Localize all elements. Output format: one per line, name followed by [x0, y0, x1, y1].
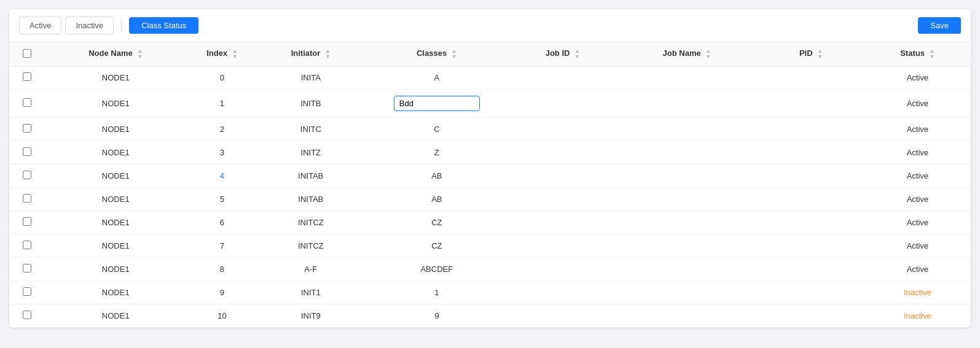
cell-job-name [616, 118, 758, 141]
header-job-id[interactable]: Job ID ▲▼ [509, 42, 616, 66]
cell-initiator: INITAB [257, 164, 364, 188]
toolbar-divider [121, 18, 122, 33]
table-row: NODE15INITABABActive [9, 188, 971, 211]
row-checkbox[interactable] [23, 241, 31, 249]
row-checkbox[interactable] [23, 124, 31, 133]
cell-classes: A [364, 66, 509, 90]
cell-status: Active [864, 90, 971, 118]
cell-initiator: A-F [257, 258, 364, 281]
cell-status: Active [864, 118, 971, 141]
cell-node-name: NODE1 [45, 234, 187, 258]
cell-status: Active [864, 258, 971, 281]
cell-job-id [509, 234, 616, 258]
header-pid[interactable]: PID ▲▼ [758, 42, 864, 66]
table-row: NODE12INITCCActive [9, 118, 971, 141]
cell-classes: CZ [364, 211, 509, 234]
cell-pid [758, 118, 864, 141]
class-status-button[interactable]: Class Status [129, 17, 198, 34]
toolbar: Active Inactive Class Status Save [9, 9, 971, 42]
row-checkbox-cell [9, 118, 45, 141]
cell-node-name: NODE1 [45, 304, 187, 328]
cell-index: 8 [187, 258, 257, 281]
classes-input[interactable] [394, 96, 480, 111]
table-container: Node Name ▲▼ Index ▲▼ Initiator ▲▼ Class… [9, 42, 971, 328]
active-button[interactable]: Active [19, 17, 61, 34]
row-checkbox[interactable] [23, 72, 31, 81]
cell-classes: AB [364, 188, 509, 211]
row-checkbox-cell [9, 234, 45, 258]
header-initiator[interactable]: Initiator ▲▼ [257, 42, 364, 66]
sort-icon-classes: ▲▼ [452, 48, 457, 60]
row-checkbox-cell [9, 281, 45, 304]
cell-job-id [509, 66, 616, 90]
table-header-row: Node Name ▲▼ Index ▲▼ Initiator ▲▼ Class… [9, 42, 971, 66]
save-button[interactable]: Save [918, 17, 961, 34]
sort-icon-jobid: ▲▼ [574, 48, 580, 60]
cell-pid [758, 234, 864, 258]
table-body: NODE10INITAAActiveNODE11INITBActiveNODE1… [9, 66, 971, 328]
row-checkbox[interactable] [23, 171, 31, 179]
cell-pid [758, 164, 864, 188]
sort-icon-initiator: ▲▼ [325, 48, 331, 60]
row-checkbox-cell [9, 141, 45, 164]
cell-index: 3 [187, 141, 257, 164]
cell-job-name [616, 188, 758, 211]
cell-classes: C [364, 118, 509, 141]
cell-classes[interactable] [364, 90, 509, 118]
header-classes[interactable]: Classes ▲▼ [364, 42, 509, 66]
cell-classes: ABCDEF [364, 258, 509, 281]
cell-status: Active [864, 234, 971, 258]
row-checkbox[interactable] [23, 217, 31, 226]
cell-initiator: INITCZ [257, 211, 364, 234]
cell-job-id [509, 211, 616, 234]
cell-pid [758, 188, 864, 211]
cell-job-name [616, 304, 758, 328]
cell-node-name: NODE1 [45, 118, 187, 141]
cell-pid [758, 90, 864, 118]
cell-index: 7 [187, 234, 257, 258]
row-checkbox[interactable] [23, 194, 31, 203]
row-checkbox[interactable] [23, 147, 31, 156]
cell-initiator: INIT1 [257, 281, 364, 304]
row-checkbox-cell [9, 164, 45, 188]
cell-job-name [616, 281, 758, 304]
table-row: NODE19INIT11Inactive [9, 281, 971, 304]
header-checkbox-cell [9, 42, 45, 66]
header-index[interactable]: Index ▲▼ [187, 42, 257, 66]
cell-status: Active [864, 188, 971, 211]
table-row: NODE10INITAAActive [9, 66, 971, 90]
select-all-checkbox[interactable] [23, 49, 31, 58]
row-checkbox-cell [9, 66, 45, 90]
cell-node-name: NODE1 [45, 211, 187, 234]
row-checkbox[interactable] [23, 311, 31, 319]
row-checkbox[interactable] [23, 98, 31, 107]
cell-node-name: NODE1 [45, 258, 187, 281]
cell-job-id [509, 188, 616, 211]
table-row: NODE18A-FABCDEFActive [9, 258, 971, 281]
cell-classes: 9 [364, 304, 509, 328]
row-checkbox[interactable] [23, 264, 31, 273]
cell-index: 10 [187, 304, 257, 328]
cell-initiator: INITAB [257, 188, 364, 211]
table-row: NODE17INITCZCZActive [9, 234, 971, 258]
cell-index: 4 [187, 164, 257, 188]
cell-job-name [616, 90, 758, 118]
data-table: Node Name ▲▼ Index ▲▼ Initiator ▲▼ Class… [9, 42, 971, 328]
cell-classes: CZ [364, 234, 509, 258]
inactive-button[interactable]: Inactive [65, 17, 114, 34]
cell-job-id [509, 281, 616, 304]
row-checkbox[interactable] [23, 287, 31, 296]
cell-pid [758, 281, 864, 304]
cell-classes: Z [364, 141, 509, 164]
cell-job-name [616, 141, 758, 164]
cell-pid [758, 304, 864, 328]
cell-index: 0 [187, 66, 257, 90]
cell-initiator: INITB [257, 90, 364, 118]
cell-index: 1 [187, 90, 257, 118]
cell-initiator: INITZ [257, 141, 364, 164]
cell-node-name: NODE1 [45, 66, 187, 90]
cell-job-name [616, 258, 758, 281]
header-status[interactable]: Status ▲▼ [864, 42, 971, 66]
header-job-name[interactable]: Job Name ▲▼ [616, 42, 758, 66]
header-node-name[interactable]: Node Name ▲▼ [45, 42, 187, 66]
